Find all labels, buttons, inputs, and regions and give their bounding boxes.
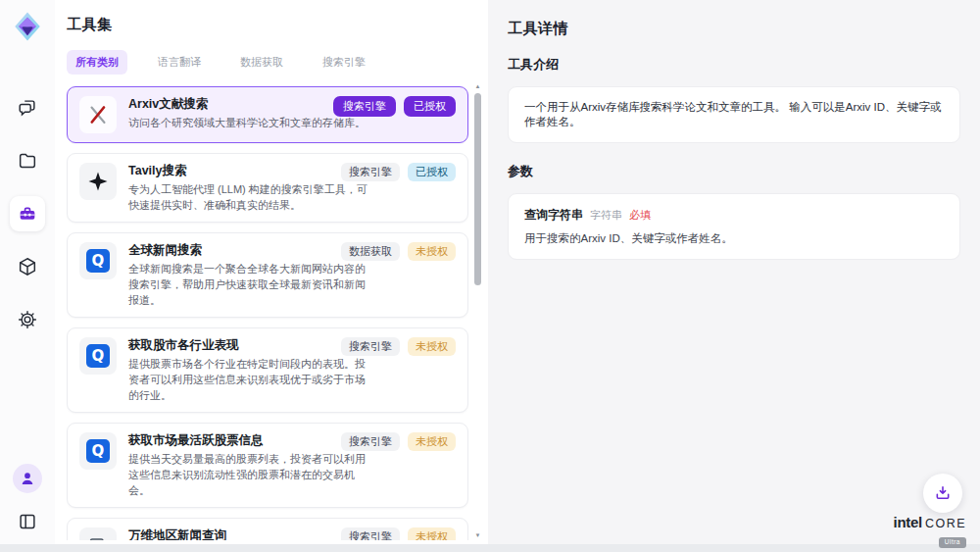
- sidebar-item-files[interactable]: [10, 143, 45, 178]
- category-tabs: 所有类别 语言翻译 数据获取 搜索引擎: [67, 50, 488, 75]
- download-icon: [933, 483, 953, 503]
- q-search-icon: Q: [86, 344, 110, 368]
- tool-description: 提供股票市场各个行业在特定时间段内的表现。投资者可以利用这些信息来识别表现优于或…: [128, 356, 375, 403]
- gear-icon: [17, 309, 38, 330]
- param-box: 查询字符串 字符串 必填 用于搜索的Arxiv ID、关键字或作者姓名。: [508, 193, 960, 260]
- intro-heading: 工具介绍: [508, 56, 960, 74]
- tab-data-fetch[interactable]: 数据获取: [231, 50, 292, 75]
- page-title: 工具集: [67, 16, 488, 34]
- param-type: 字符串: [590, 208, 622, 223]
- intro-text: 一个用于从Arxiv存储库搜索科学论文和文章的工具。 输入可以是Arxiv ID…: [524, 100, 944, 129]
- auth-status-tag[interactable]: 已授权: [408, 163, 456, 181]
- category-tag: 搜索引擎: [333, 96, 396, 117]
- tab-all-categories[interactable]: 所有类别: [67, 50, 127, 75]
- auth-status-tag[interactable]: 未授权: [408, 337, 456, 356]
- tool-description: 提供当天交易量最高的股票列表，投资者可以利用这些信息来识别流动性强的股票和潜在的…: [128, 451, 375, 498]
- collapse-panel-icon: [17, 511, 38, 532]
- tool-card[interactable]: Q获取市场最活跃股票信息提供当天交易量最高的股票列表，投资者可以利用这些信息来识…: [67, 423, 468, 508]
- category-tag: 数据获取: [341, 242, 400, 261]
- download-button[interactable]: [923, 474, 962, 513]
- qsearch-tool-icon: Q: [79, 242, 117, 279]
- intro-box: 一个用于从Arxiv存储库搜索科学论文和文章的工具。 输入可以是Arxiv ID…: [508, 86, 960, 143]
- intel-core-logo: intel CORE Ultra: [894, 514, 966, 548]
- params-heading: 参数: [508, 163, 960, 180]
- collapse-sidebar-button[interactable]: [10, 507, 45, 536]
- auth-status-tag[interactable]: 已授权: [404, 96, 456, 117]
- sidebar-item-models[interactable]: [10, 249, 45, 284]
- newspaper-icon: [86, 534, 110, 540]
- param-name: 查询字符串: [524, 207, 583, 224]
- toolbox-icon: [17, 203, 38, 225]
- arxiv-icon: [86, 103, 110, 126]
- tool-card[interactable]: Q获取股市各行业表现提供股票市场各个行业在特定时间段内的表现。投资者可以利用这些…: [67, 327, 468, 413]
- category-tag: 搜索引擎: [341, 432, 400, 451]
- qsearch-tool-icon: Q: [79, 337, 117, 375]
- detail-title: 工具详情: [508, 20, 960, 38]
- sidebar-item-tools[interactable]: [10, 196, 45, 231]
- app-logo-icon: [11, 10, 44, 43]
- category-tag: 搜索引擎: [341, 527, 400, 540]
- window-bottom-edge: [0, 544, 980, 552]
- tool-card[interactable]: Tavily搜索专为人工智能代理 (LLM) 构建的搜索引擎工具，可快速提供实时…: [67, 153, 468, 223]
- sidebar-item-chat[interactable]: [10, 90, 45, 125]
- scroll-thumb[interactable]: [474, 93, 481, 285]
- tool-list-panel: 工具集 所有类别 语言翻译 数据获取 搜索引擎 Arxiv文献搜索访问各个研究领…: [55, 0, 488, 544]
- avatar-icon: [18, 469, 37, 488]
- category-tag: 搜索引擎: [341, 163, 400, 181]
- core-wordmark: CORE: [925, 517, 966, 530]
- tool-description: 专为人工智能代理 (LLM) 构建的搜索引擎工具，可快速提供实时、准确和真实的结…: [128, 181, 375, 213]
- tool-card[interactable]: 万维地区新闻查询查询具体行政区划内的新闻，快速了解各地新闻动搜索引擎未授权: [67, 518, 468, 540]
- user-avatar[interactable]: [13, 464, 42, 493]
- sparkle-tool-icon: [79, 163, 117, 200]
- auth-status-tag[interactable]: 未授权: [408, 432, 456, 451]
- tool-description: 全球新闻搜索是一个聚合全球各大新闻网站内容的搜索引擎，帮助用户快速获取全球最新资…: [128, 261, 375, 308]
- scroll-down-arrow[interactable]: ▼: [473, 531, 482, 540]
- category-tag: 搜索引擎: [341, 337, 400, 356]
- auth-status-tag[interactable]: 未授权: [408, 242, 456, 261]
- qsearch-tool-icon: Q: [79, 432, 117, 470]
- q-search-icon: Q: [86, 439, 110, 463]
- scrollbar[interactable]: ▲ ▼: [473, 82, 482, 540]
- param-required-badge: 必填: [629, 208, 651, 223]
- cube-icon: [17, 256, 38, 277]
- tool-description: 访问各个研究领域大量科学论文和文章的存储库。: [128, 115, 375, 130]
- chat-icon: [17, 97, 38, 119]
- tool-card[interactable]: Q全球新闻搜索全球新闻搜索是一个聚合全球各大新闻网站内容的搜索引擎，帮助用户快速…: [67, 232, 468, 318]
- tool-detail-panel: 工具详情 工具介绍 一个用于从Arxiv存储库搜索科学论文和文章的工具。 输入可…: [488, 0, 980, 544]
- auth-status-tag[interactable]: 未授权: [408, 527, 456, 540]
- arxiv-tool-icon: [79, 96, 117, 133]
- q-search-icon: Q: [86, 249, 110, 273]
- tool-list: Arxiv文献搜索访问各个研究领域大量科学论文和文章的存储库。搜索引擎已授权Ta…: [67, 86, 468, 540]
- tab-search-engine[interactable]: 搜索引擎: [314, 50, 374, 75]
- scroll-up-arrow[interactable]: ▲: [473, 82, 482, 91]
- intel-wordmark: intel: [894, 514, 922, 530]
- sparkle-icon: [86, 170, 110, 193]
- news-tool-icon: [79, 527, 117, 540]
- param-description: 用于搜索的Arxiv ID、关键字或作者姓名。: [524, 231, 944, 246]
- ultra-badge: Ultra: [939, 537, 966, 548]
- folder-icon: [17, 150, 38, 172]
- app-window: 工具集 所有类别 语言翻译 数据获取 搜索引擎 Arxiv文献搜索访问各个研究领…: [0, 0, 980, 544]
- sidebar-item-settings[interactable]: [10, 302, 45, 337]
- tab-language-translation[interactable]: 语言翻译: [149, 50, 210, 75]
- tool-card[interactable]: Arxiv文献搜索访问各个研究领域大量科学论文和文章的存储库。搜索引擎已授权: [67, 86, 468, 143]
- sidebar: [0, 0, 55, 544]
